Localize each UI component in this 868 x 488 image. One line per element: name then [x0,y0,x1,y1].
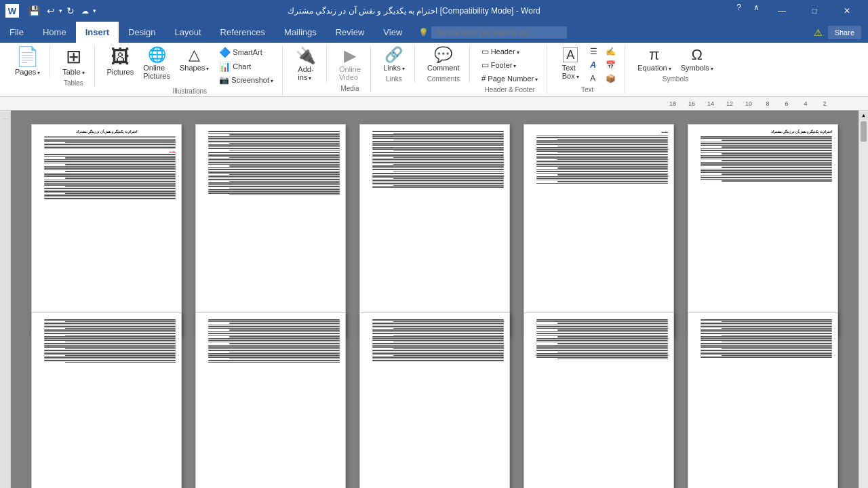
wordart-icon: A [590,60,596,70]
page-thumb-4[interactable]: مقدمه [524,124,674,337]
pictures-icon: 🖼 [111,47,130,66]
comment-button[interactable]: 💬 Comment [423,45,464,74]
ribbon-group-pages: 📄 Pages▾ [5,45,50,78]
comment-icon: 💬 [434,47,452,62]
ribbon-group-addins: 🔌 Add-ins▾ [285,45,327,83]
warning-icon: ⚠ [814,27,823,38]
pages-grid[interactable]: احترام به يكديگر و نقش آن در زندگي مشترك… [11,110,859,488]
page-content-10 [688,313,837,488]
ribbon-group-media: ▶ OnlineVideo Media [330,45,371,92]
page-thumb-1[interactable]: احترام به يكديگر و نقش آن در زندگي مشترك… [31,124,182,337]
table-button[interactable]: ⊞ Table▾ [58,45,88,78]
maximize-button[interactable]: □ [799,0,830,22]
minimize-button[interactable]: — [766,0,797,22]
text-box-button[interactable]: A TextBox▾ [555,45,585,82]
page-content-6 [32,313,181,488]
page-number-button[interactable]: # Page Number▾ [478,73,542,85]
ribbon-collapse-icon[interactable]: ∧ [748,0,765,22]
links-button[interactable]: 🔗 Links▾ [379,45,409,74]
scroll-thumb[interactable] [861,121,867,142]
redo-icon[interactable]: ↻ [64,4,77,18]
save-icon[interactable]: 💾 [26,4,43,18]
page-thumb-7[interactable] [195,312,346,488]
tab-mailings[interactable]: Mailings [275,22,326,43]
tab-review[interactable]: Review [326,22,374,43]
ribbon-group-text: A TextBox▾ ☰ A A ✍ 📅 [550,45,625,94]
page-thumb-5[interactable]: احترام به يكديگر و نقش آن در زندگي مشترك [688,124,838,337]
illustrations-label: Illustrations [172,87,207,95]
header-footer-label: Header & Footer [484,86,534,94]
online-video-icon: ▶ [344,47,356,64]
page-thumb-10[interactable] [688,312,838,488]
tab-design[interactable]: Design [119,22,165,43]
title-bar: W 💾 ↩ ▾ ↻ ☁ ▾ احترام به يكديگر و نقش آن … [0,0,868,22]
left-panel: │ [0,110,11,488]
tab-file[interactable]: File [0,22,33,43]
title-bar-left: W 💾 ↩ ▾ ↻ ☁ ▾ [5,4,96,18]
equation-button[interactable]: π Equation▾ [633,45,675,74]
media-label: Media [340,85,359,92]
tab-layout[interactable]: Layout [165,22,211,43]
page-content-2 [196,125,345,336]
header-icon: ▭ [481,47,489,56]
smartart-button[interactable]: 🔷 SmartArt [216,45,277,59]
pages-button[interactable]: 📄 Pages▾ [11,45,44,78]
tab-view[interactable]: View [374,22,412,43]
ruler-horizontal: 18 16 14 12 10 8 6 4 2 [0,97,868,110]
header-button[interactable]: ▭ Header▾ [478,45,523,58]
tab-references[interactable]: References [211,22,275,43]
addins-icon: 🔌 [296,47,316,64]
links-label: Links [386,75,401,83]
page-thumb-6[interactable] [31,312,182,488]
symbols-icon: Ω [692,47,703,62]
page-content-1: احترام به يكديگر و نقش آن در زندگي مشترك… [32,125,181,336]
page-content-7 [196,313,345,488]
document-title: احترام به يكديگر و نقش آن در زندگي مشترك… [96,6,731,16]
online-pictures-icon: 🌐 [148,47,166,62]
screenshot-button[interactable]: 📷 Screenshot▾ [216,74,277,86]
page-thumb-9[interactable] [524,312,674,488]
addins-button[interactable]: 🔌 Add-ins▾ [291,45,321,83]
footer-icon: ▭ [481,60,489,70]
links-icon: 🔗 [384,47,403,62]
symbols-button[interactable]: Ω Symbols▾ [677,45,717,74]
chart-button[interactable]: 📊 Chart [216,60,277,73]
window-controls: ? ∧ — □ ✕ [731,0,863,22]
ribbon-content: 📄 Pages▾ ⊞ Table▾ Tables 🖼 Pictures 🌐 On… [0,43,868,97]
vertical-scrollbar[interactable]: ▲ ▼ [859,110,868,488]
chart-icon: 📊 [219,61,231,72]
autosave-icon[interactable]: ☁ [79,5,92,17]
share-button[interactable]: Share [828,26,861,39]
word-icon: W [5,4,19,18]
drop-cap-button[interactable]: A [587,73,601,85]
shapes-button[interactable]: △ Shapes▾ [176,45,213,74]
scroll-up-button[interactable]: ▲ [859,110,868,120]
page-thumb-2[interactable] [195,124,346,337]
page-number-icon: # [481,74,486,83]
signature-button[interactable]: ✍ [602,45,619,58]
drop-cap-icon: A [590,74,595,83]
page-thumb-3[interactable] [359,124,510,337]
close-button[interactable]: ✕ [831,0,863,22]
undo-dropdown[interactable]: ▾ [59,7,62,14]
ribbon-group-header-footer: ▭ Header▾ ▭ Footer▾ # Page Number▾ Heade… [473,45,548,94]
help-icon[interactable]: ? [731,0,747,22]
quick-parts-button[interactable]: ☰ [587,45,601,58]
tab-home[interactable]: Home [33,22,76,43]
search-lightbulb-icon: 💡 [418,28,429,37]
tell-me-input[interactable] [431,26,567,39]
object-button[interactable]: 📦 [602,73,619,85]
page-content-4: مقدمه [524,125,673,336]
online-pictures-button[interactable]: 🌐 OnlinePictures [139,45,174,82]
tab-insert[interactable]: Insert [76,22,119,43]
online-video-button[interactable]: ▶ OnlineVideo [335,45,365,83]
signature-icon: ✍ [606,47,616,56]
scroll-track[interactable] [859,120,868,488]
tables-label: Tables [64,79,83,87]
undo-icon[interactable]: ↩ [44,4,58,18]
date-time-button[interactable]: 📅 [602,59,619,71]
pictures-button[interactable]: 🖼 Pictures [103,45,138,78]
page-thumb-8[interactable] [359,312,510,488]
footer-button[interactable]: ▭ Footer▾ [478,59,520,71]
wordart-button[interactable]: A [587,59,601,71]
